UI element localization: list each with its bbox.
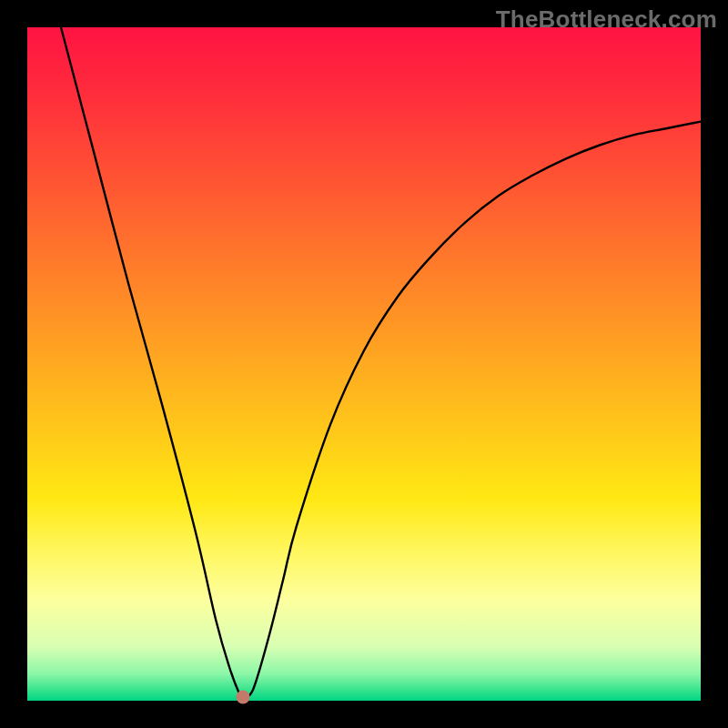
chart-frame: TheBottleneck.com <box>0 0 728 728</box>
bottleneck-curve <box>61 27 701 698</box>
curve-layer <box>27 27 701 701</box>
minimum-marker <box>236 691 249 704</box>
plot-area <box>27 27 701 701</box>
